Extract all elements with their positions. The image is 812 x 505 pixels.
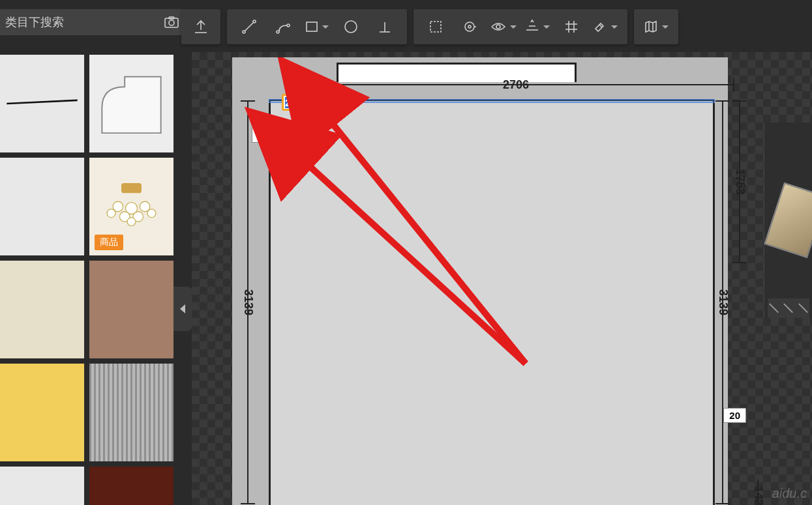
svg-point-13 — [345, 21, 357, 33]
line-tool[interactable] — [232, 9, 266, 44]
svg-point-17 — [465, 22, 474, 31]
arc-tool[interactable] — [266, 9, 300, 44]
library-panel: 商品 — [0, 52, 173, 505]
chevron-down-icon — [611, 25, 618, 29]
offset-label-right: 20 — [723, 408, 746, 423]
rect-tool[interactable] — [300, 9, 334, 44]
lib-item-grey-stripe[interactable] — [89, 364, 173, 461]
target-tool[interactable] — [453, 9, 487, 44]
search-wrap — [0, 0, 171, 35]
image-search-icon[interactable] — [162, 12, 181, 32]
lib-item-cornice-molding[interactable] — [89, 55, 173, 152]
svg-point-34 — [107, 209, 115, 218]
upload-button[interactable] — [181, 9, 220, 44]
svg-point-18 — [468, 25, 471, 28]
offset-input[interactable] — [284, 96, 307, 109]
lib-item-blank-left[interactable] — [0, 158, 84, 255]
minimap-handle[interactable] — [768, 298, 809, 318]
toolbar — [181, 9, 678, 44]
dimension-right-full: 3139 — [715, 100, 730, 504]
svg-line-26 — [599, 25, 602, 27]
offset-input-box[interactable] — [282, 94, 309, 111]
library-grid: 商品 — [0, 52, 173, 505]
product-badge: 商品 — [95, 235, 123, 250]
chevron-down-icon — [662, 25, 669, 29]
dimension-top-value: 2706 — [500, 78, 532, 92]
lib-item-black-line[interactable] — [0, 55, 84, 152]
search-input[interactable] — [0, 9, 162, 35]
dimension-bottom-right: 1426 — [750, 480, 766, 505]
toolbar-group-view — [634, 9, 678, 44]
svg-rect-30 — [121, 183, 142, 193]
svg-line-9 — [245, 23, 254, 31]
selected-wall-top[interactable] — [269, 99, 715, 103]
svg-line-29 — [7, 100, 77, 104]
svg-point-7 — [243, 31, 245, 33]
visibility-tool[interactable] — [487, 9, 520, 44]
grid-tool[interactable] — [554, 9, 588, 44]
dimension-left: 3139 — [240, 100, 256, 504]
svg-rect-16 — [430, 22, 441, 32]
search-box — [0, 9, 185, 35]
toolbar-group-draw — [227, 9, 407, 44]
dimension-bottom-right-value: 1426 — [751, 483, 765, 505]
toolbar-group-select — [414, 9, 627, 44]
room-area[interactable] — [269, 99, 715, 505]
marquee-tool[interactable] — [419, 9, 453, 44]
lib-item-ceiling-light[interactable]: 商品 — [89, 158, 173, 255]
svg-point-1 — [169, 20, 174, 25]
circle-tool[interactable] — [334, 9, 368, 44]
lib-item-brown-panel[interactable] — [89, 261, 173, 358]
minimap-room — [764, 182, 812, 259]
svg-point-19 — [496, 25, 500, 29]
watermark: aidu.c — [772, 486, 807, 501]
svg-point-8 — [253, 20, 256, 23]
chevron-down-icon — [510, 25, 517, 29]
dimension-top: 2706 — [297, 77, 734, 93]
dimension-left-value: 3139 — [241, 287, 255, 318]
collapse-library-handle[interactable] — [173, 287, 192, 331]
svg-rect-12 — [307, 22, 317, 31]
lib-item-yellow-panel[interactable] — [0, 364, 84, 461]
lib-item-dark-wood[interactable] — [89, 467, 173, 505]
lib-item-beige-panel[interactable] — [0, 261, 84, 358]
align-tool[interactable] — [520, 9, 554, 44]
svg-point-11 — [287, 24, 290, 27]
floorplan: 2706 3139 1753 3139 20 20 — [232, 57, 728, 505]
map-tool[interactable] — [639, 9, 673, 44]
svg-rect-0 — [165, 18, 178, 27]
offset-label-left: 20 — [252, 128, 275, 143]
svg-point-38 — [127, 218, 136, 226]
perpendicular-tool[interactable] — [368, 9, 402, 44]
paint-tool[interactable] — [588, 9, 622, 44]
canvas[interactable]: 2706 3139 1753 3139 20 20 — [192, 52, 812, 505]
dimension-right-upper: 1753 — [732, 100, 747, 263]
svg-point-35 — [147, 209, 156, 218]
chevron-down-icon — [322, 25, 329, 29]
minimap[interactable] — [764, 123, 812, 318]
chevron-down-icon — [543, 25, 550, 29]
dimension-right-full-value: 3139 — [716, 287, 730, 318]
dimension-right-upper-value: 1753 — [733, 166, 747, 197]
lib-item-blank-bottom[interactable] — [0, 467, 84, 505]
toolbar-group-upload — [181, 9, 220, 44]
chevron-left-icon — [180, 304, 185, 313]
